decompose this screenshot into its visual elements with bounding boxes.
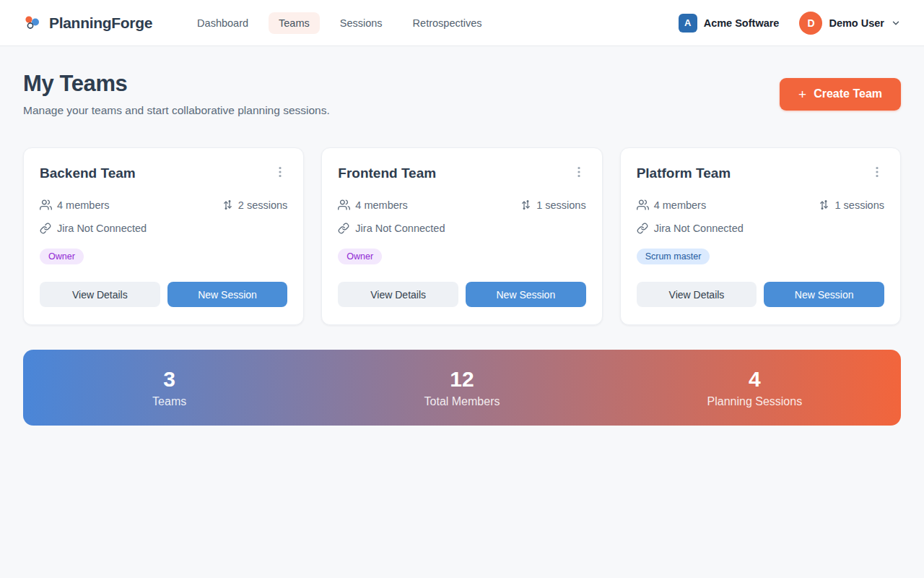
kebab-menu-icon[interactable] bbox=[273, 164, 287, 180]
stat-teams: 3 Teams bbox=[23, 367, 315, 408]
app-header: PlanningForge Dashboard Teams Sessions R… bbox=[0, 0, 924, 46]
team-card-platform: Platform Team 4 members bbox=[620, 147, 901, 325]
brand-logo-area[interactable]: PlanningForge bbox=[23, 14, 152, 33]
role-badge: Scrum master bbox=[637, 249, 710, 264]
org-name: Acme Software bbox=[704, 17, 780, 29]
org-badge: A bbox=[679, 14, 697, 33]
nav-item-dashboard[interactable]: Dashboard bbox=[187, 12, 258, 34]
stat-label: Planning Sessions bbox=[609, 395, 901, 408]
members-meta: 4 members bbox=[637, 199, 707, 211]
nav-item-teams[interactable]: Teams bbox=[269, 12, 320, 34]
users-icon bbox=[338, 199, 350, 211]
stat-value: 3 bbox=[23, 367, 315, 391]
brand-name: PlanningForge bbox=[49, 14, 152, 32]
jira-status-label: Jira Not Connected bbox=[57, 223, 147, 234]
sessions-count: 2 sessions bbox=[238, 199, 288, 211]
create-team-button[interactable]: + Create Team bbox=[780, 78, 901, 111]
dot-cluster-logo-icon bbox=[23, 14, 42, 33]
main-content: My Teams Manage your teams and start col… bbox=[0, 71, 924, 426]
role-badge: Owner bbox=[338, 249, 382, 264]
team-name: Platform Team bbox=[637, 165, 731, 181]
stat-label: Teams bbox=[23, 395, 315, 408]
stat-planning-sessions: 4 Planning Sessions bbox=[609, 367, 901, 408]
sessions-meta: 1 sessions bbox=[520, 199, 586, 211]
new-session-button[interactable]: New Session bbox=[764, 282, 884, 307]
view-details-button[interactable]: View Details bbox=[338, 282, 458, 307]
team-name: Backend Team bbox=[40, 165, 136, 181]
jira-status-label: Jira Not Connected bbox=[355, 223, 445, 234]
chevron-down-icon bbox=[891, 18, 901, 28]
user-menu[interactable]: D Demo User bbox=[799, 12, 901, 35]
team-card-frontend: Frontend Team 4 members bbox=[321, 147, 602, 325]
view-details-button[interactable]: View Details bbox=[637, 282, 757, 307]
plus-icon: + bbox=[798, 87, 806, 101]
stat-total-members: 12 Total Members bbox=[315, 367, 608, 408]
sessions-count: 1 sessions bbox=[536, 199, 586, 211]
avatar: D bbox=[799, 12, 822, 35]
kebab-menu-icon[interactable] bbox=[572, 164, 586, 180]
page-title: My Teams bbox=[23, 71, 330, 97]
kebab-menu-icon[interactable] bbox=[870, 164, 884, 180]
page-head: My Teams Manage your teams and start col… bbox=[23, 71, 901, 117]
members-count: 4 members bbox=[355, 199, 408, 211]
link-icon bbox=[637, 223, 648, 234]
create-team-label: Create Team bbox=[814, 87, 882, 100]
jira-status: Jira Not Connected bbox=[637, 223, 884, 234]
stat-value: 4 bbox=[609, 367, 901, 391]
page-head-text: My Teams Manage your teams and start col… bbox=[23, 71, 330, 117]
user-name: Demo User bbox=[829, 17, 884, 29]
sliders-icon bbox=[819, 199, 829, 210]
sliders-icon bbox=[520, 199, 531, 210]
team-card-backend: Backend Team 4 members bbox=[23, 147, 304, 325]
org-indicator: A Acme Software bbox=[679, 14, 780, 33]
members-meta: 4 members bbox=[338, 199, 408, 211]
jira-status-label: Jira Not Connected bbox=[654, 223, 744, 234]
new-session-button[interactable]: New Session bbox=[466, 282, 586, 307]
users-icon bbox=[40, 199, 52, 211]
members-count: 4 members bbox=[57, 199, 110, 211]
link-icon bbox=[338, 223, 349, 234]
page-subtitle: Manage your teams and start collaborativ… bbox=[23, 104, 330, 117]
header-right: A Acme Software D Demo User bbox=[679, 12, 901, 35]
sessions-meta: 2 sessions bbox=[222, 199, 288, 211]
link-icon bbox=[40, 223, 51, 234]
view-details-button[interactable]: View Details bbox=[40, 282, 160, 307]
users-icon bbox=[637, 199, 649, 211]
sessions-count: 1 sessions bbox=[834, 199, 884, 211]
role-badge: Owner bbox=[40, 249, 84, 264]
sessions-meta: 1 sessions bbox=[819, 199, 884, 211]
sliders-icon bbox=[222, 199, 233, 210]
members-count: 4 members bbox=[654, 199, 707, 211]
teams-card-grid: Backend Team 4 members bbox=[23, 147, 901, 325]
jira-status: Jira Not Connected bbox=[338, 223, 585, 234]
new-session-button[interactable]: New Session bbox=[167, 282, 288, 307]
nav-item-retrospectives[interactable]: Retrospectives bbox=[403, 12, 492, 34]
stat-label: Total Members bbox=[315, 395, 608, 408]
stat-value: 12 bbox=[315, 367, 608, 391]
jira-status: Jira Not Connected bbox=[40, 223, 287, 234]
summary-stats-bar: 3 Teams 12 Total Members 4 Planning Sess… bbox=[23, 350, 901, 426]
main-nav: Dashboard Teams Sessions Retrospectives bbox=[187, 12, 492, 34]
members-meta: 4 members bbox=[40, 199, 110, 211]
team-name: Frontend Team bbox=[338, 165, 436, 181]
nav-item-sessions[interactable]: Sessions bbox=[330, 12, 393, 34]
